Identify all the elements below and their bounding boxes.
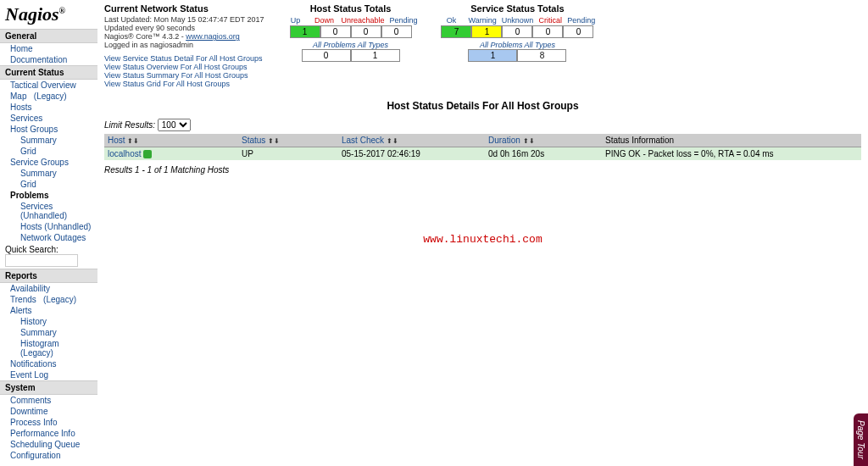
nav-problems[interactable]: Problems bbox=[0, 190, 97, 201]
sort-icon[interactable]: ⬆⬇ bbox=[268, 137, 280, 145]
logged-in: Logged in as nagiosadmin bbox=[104, 41, 264, 49]
nav-a-summary[interactable]: Summary bbox=[0, 327, 97, 338]
quick-search-input[interactable] bbox=[5, 254, 78, 267]
svc-th-critical[interactable]: Critical bbox=[536, 15, 565, 25]
nav-process-info[interactable]: Process Info bbox=[0, 417, 97, 428]
svc-val-unknown[interactable]: 0 bbox=[502, 25, 532, 38]
quick-search: Quick Search: bbox=[0, 243, 97, 269]
nav-event-log[interactable]: Event Log bbox=[0, 369, 97, 380]
nav-sg-grid[interactable]: Grid bbox=[0, 179, 97, 190]
page-tour-button[interactable]: Page Tour bbox=[854, 413, 868, 466]
nav-scheduling-queue[interactable]: Scheduling Queue bbox=[0, 439, 97, 450]
col-last-check[interactable]: Last Check bbox=[342, 136, 384, 145]
host-val-unreachable[interactable]: 0 bbox=[351, 25, 381, 38]
nav-downtime[interactable]: Downtime bbox=[0, 406, 97, 417]
nav-p-hosts[interactable]: Hosts (Unhandled) bbox=[0, 221, 97, 232]
nav-p-services[interactable]: Services (Unhandled) bbox=[0, 201, 97, 221]
results-info: Results 1 - 1 of 1 Matching Hosts bbox=[104, 165, 861, 175]
nav-header-system: System bbox=[0, 380, 97, 395]
nav-map[interactable]: Map (Legacy) bbox=[0, 91, 97, 102]
nav-a-histogram[interactable]: Histogram (Legacy) bbox=[0, 338, 97, 358]
nav-hg-grid[interactable]: Grid bbox=[0, 146, 97, 157]
nav-header-reports: Reports bbox=[0, 269, 97, 283]
sort-icon[interactable]: ⬆⬇ bbox=[127, 137, 139, 145]
nav-alerts[interactable]: Alerts bbox=[0, 305, 97, 316]
row-status: UP bbox=[238, 147, 338, 161]
watermark: www.linuxtechi.com bbox=[423, 233, 542, 246]
nav-notifications[interactable]: Notifications bbox=[0, 358, 97, 369]
svc-th-unknown[interactable]: Unknown bbox=[499, 15, 537, 25]
status-link-1[interactable]: View Status Overview For All Host Groups bbox=[104, 63, 264, 71]
row-host[interactable]: localhost bbox=[108, 149, 141, 158]
row-last-check: 05-15-2017 02:46:19 bbox=[338, 147, 485, 161]
svc-val-warning[interactable]: 1 bbox=[471, 25, 502, 38]
status-link-2[interactable]: View Status Summary For All Host Groups bbox=[104, 71, 264, 80]
limit-select[interactable]: 100 bbox=[158, 119, 191, 131]
host-val-down[interactable]: 0 bbox=[320, 25, 351, 38]
host-status-totals: Host Status Totals Up Down Unreachable P… bbox=[281, 3, 420, 62]
nav-comments[interactable]: Comments bbox=[0, 395, 97, 406]
nav-availability[interactable]: Availability bbox=[0, 283, 97, 294]
network-status-block: Current Network Status Last Updated: Mon… bbox=[104, 3, 264, 88]
host-all-problems[interactable]: 0 bbox=[302, 49, 351, 62]
nav-hosts[interactable]: Hosts bbox=[0, 102, 97, 113]
svc-th-pending[interactable]: Pending bbox=[565, 15, 598, 25]
details-title: Host Status Details For All Host Groups bbox=[104, 100, 861, 112]
last-updated: Last Updated: Mon May 15 02:47:47 EDT 20… bbox=[104, 15, 264, 24]
svc-val-critical[interactable]: 0 bbox=[532, 25, 563, 38]
col-duration[interactable]: Duration bbox=[488, 136, 520, 145]
nav-trends[interactable]: Trends (Legacy) bbox=[0, 294, 97, 305]
host-th-unreachable[interactable]: Unreachable bbox=[338, 15, 387, 25]
limit-results: Limit Results: 100 bbox=[104, 119, 861, 131]
version-link[interactable]: www.nagios.org bbox=[186, 32, 240, 41]
main-content: Current Network Status Last Updated: Mon… bbox=[97, 0, 868, 466]
row-info: PING OK - Packet loss = 0%, RTA = 0.04 m… bbox=[602, 147, 861, 161]
sort-icon[interactable]: ⬆⬇ bbox=[523, 137, 535, 145]
svc-all-problems[interactable]: 1 bbox=[468, 49, 517, 62]
host-th-up[interactable]: Up bbox=[281, 15, 309, 25]
table-row: localhost UP 05-15-2017 02:46:19 0d 0h 1… bbox=[104, 147, 861, 161]
nav-a-history[interactable]: History bbox=[0, 316, 97, 327]
logo: Nagios® bbox=[0, 0, 97, 29]
row-duration: 0d 0h 16m 20s bbox=[485, 147, 602, 161]
nav-tactical-overview[interactable]: Tactical Overview bbox=[0, 80, 97, 91]
nav-p-outages[interactable]: Network Outages bbox=[0, 232, 97, 243]
sidebar: Nagios® General Home Documentation Curre… bbox=[0, 0, 97, 466]
svc-th-ok[interactable]: Ok bbox=[437, 15, 466, 25]
status-link-3[interactable]: View Status Grid For All Host Groups bbox=[104, 80, 264, 88]
svc-all-types[interactable]: 8 bbox=[517, 49, 566, 62]
col-info: Status Information bbox=[605, 136, 674, 145]
version-line: Nagios® Core™ 4.3.2 - www.nagios.org bbox=[104, 32, 264, 41]
nav-hg-summary[interactable]: Summary bbox=[0, 135, 97, 146]
nav-sg-summary[interactable]: Summary bbox=[0, 168, 97, 179]
svc-val-pending[interactable]: 0 bbox=[563, 25, 593, 38]
nav-home[interactable]: Home bbox=[0, 43, 97, 54]
status-title: Current Network Status bbox=[104, 3, 264, 14]
host-status-icon[interactable] bbox=[143, 150, 152, 158]
host-th-pending[interactable]: Pending bbox=[387, 15, 420, 25]
updated-every: Updated every 90 seconds bbox=[104, 24, 264, 32]
nav-documentation[interactable]: Documentation bbox=[0, 54, 97, 65]
nav-performance-info[interactable]: Performance Info bbox=[0, 428, 97, 439]
svc-val-ok[interactable]: 7 bbox=[441, 25, 471, 38]
nav-configuration[interactable]: Configuration bbox=[0, 450, 97, 461]
host-val-pending[interactable]: 0 bbox=[381, 25, 412, 38]
host-all-types[interactable]: 1 bbox=[351, 49, 400, 62]
status-links: View Service Status Detail For All Host … bbox=[104, 54, 264, 88]
svc-th-warning[interactable]: Warning bbox=[466, 15, 499, 25]
status-link-0[interactable]: View Service Status Detail For All Host … bbox=[104, 54, 264, 63]
nav-service-groups[interactable]: Service Groups bbox=[0, 157, 97, 168]
nav-services[interactable]: Services bbox=[0, 113, 97, 124]
service-status-totals: Service Status Totals Ok Warning Unknown… bbox=[437, 3, 598, 62]
host-val-up[interactable]: 1 bbox=[290, 25, 320, 38]
nav-header-general: General bbox=[0, 29, 97, 43]
sort-icon[interactable]: ⬆⬇ bbox=[387, 137, 398, 145]
host-th-down[interactable]: Down bbox=[309, 15, 338, 25]
col-status[interactable]: Status bbox=[242, 136, 265, 145]
nav-host-groups[interactable]: Host Groups bbox=[0, 124, 97, 135]
nav-header-current-status: Current Status bbox=[0, 65, 97, 80]
col-host[interactable]: Host bbox=[108, 136, 125, 145]
host-table: Host ⬆⬇ Status ⬆⬇ Last Check ⬆⬇ Duration… bbox=[104, 134, 861, 160]
